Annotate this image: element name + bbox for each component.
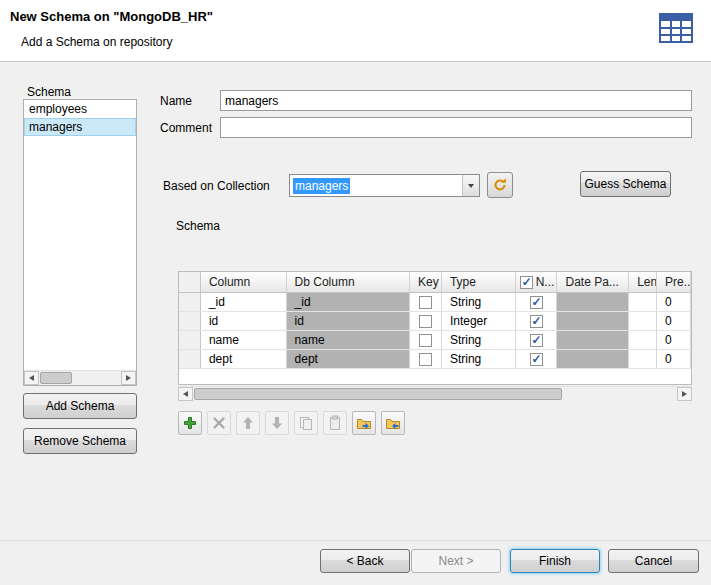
delete-x-icon — [211, 415, 227, 431]
column-header-date-pattern: Date Pa... — [557, 272, 629, 292]
add-column-button[interactable] — [178, 411, 202, 435]
triangle-right-icon — [126, 375, 131, 381]
key-checkbox[interactable] — [419, 296, 432, 309]
cell-date-pattern — [557, 312, 629, 330]
paste-column-button — [323, 411, 347, 435]
column-header-type: Type — [442, 272, 516, 292]
cell-key — [410, 312, 442, 330]
cell-type[interactable]: String — [442, 350, 516, 368]
arrow-down-icon — [269, 415, 285, 431]
cell-type[interactable]: String — [442, 331, 516, 349]
key-checkbox[interactable] — [419, 353, 432, 366]
scroll-right-button[interactable] — [677, 387, 692, 401]
schema-list: employees managers — [23, 99, 137, 386]
scroll-right-button[interactable] — [121, 371, 136, 385]
nullable-checkbox[interactable] — [530, 334, 543, 347]
page-subtitle: Add a Schema on repository — [21, 35, 172, 49]
scroll-left-button[interactable] — [178, 387, 193, 401]
name-label: Name — [160, 94, 192, 108]
export-schema-button[interactable] — [381, 411, 405, 435]
table-row: id id Integer 0 — [179, 312, 691, 331]
collection-combobox[interactable]: managers — [289, 174, 480, 197]
table-header-row: Column Db Column Key Type N... Date Pa..… — [179, 272, 691, 293]
scroll-left-button[interactable] — [24, 371, 39, 385]
cell-length[interactable] — [629, 312, 657, 330]
finish-button[interactable]: Finish — [510, 549, 600, 573]
cell-key — [410, 350, 442, 368]
triangle-left-icon — [183, 391, 188, 397]
row-header-cell[interactable] — [179, 350, 201, 368]
plus-icon — [182, 415, 198, 431]
nullable-checkbox[interactable] — [530, 315, 543, 328]
add-schema-button[interactable]: Add Schema — [23, 393, 137, 419]
nullable-header-text: N... — [536, 275, 555, 289]
footer-separator — [0, 540, 711, 541]
cell-nullable — [516, 350, 558, 368]
cancel-button[interactable]: Cancel — [608, 549, 699, 573]
nullable-checkbox[interactable] — [530, 353, 543, 366]
schema-table-label: Schema — [176, 219, 220, 233]
list-hscrollbar[interactable] — [24, 370, 136, 385]
back-button[interactable]: < Back — [320, 549, 410, 573]
cell-nullable — [516, 331, 558, 349]
cell-type[interactable]: Integer — [442, 312, 516, 330]
refresh-collections-button[interactable] — [487, 172, 513, 198]
comment-field[interactable] — [220, 117, 692, 138]
arrow-up-icon — [240, 415, 256, 431]
key-checkbox[interactable] — [419, 315, 432, 328]
triangle-left-icon — [29, 375, 34, 381]
cell-length[interactable] — [629, 293, 657, 311]
page-title: New Schema on "MongoDB_HR" — [10, 9, 213, 24]
guess-schema-button[interactable]: Guess Schema — [580, 171, 671, 197]
cell-precision[interactable]: 0 — [657, 350, 691, 368]
cell-precision[interactable]: 0 — [657, 331, 691, 349]
new-schema-dialog: New Schema on "MongoDB_HR" Add a Schema … — [0, 0, 711, 585]
next-button: Next > — [411, 549, 501, 573]
remove-schema-button[interactable]: Remove Schema — [23, 428, 137, 454]
cell-length[interactable] — [629, 331, 657, 349]
cell-db-column: name — [287, 331, 411, 349]
cell-type[interactable]: String — [442, 293, 516, 311]
cell-db-column: _id — [287, 293, 411, 311]
cell-length[interactable] — [629, 350, 657, 368]
cell-column[interactable]: name — [201, 331, 287, 349]
table-toolbar — [178, 411, 405, 435]
cell-date-pattern — [557, 331, 629, 349]
cell-nullable — [516, 312, 558, 330]
table-row: name name String 0 — [179, 331, 691, 350]
name-field[interactable] — [220, 90, 692, 111]
select-all-nullable-checkbox[interactable] — [520, 276, 533, 289]
combobox-value: managers — [293, 178, 350, 194]
row-header-cell[interactable] — [179, 331, 201, 349]
import-folder-icon — [356, 415, 372, 431]
cell-column[interactable]: dept — [201, 350, 287, 368]
cell-key — [410, 293, 442, 311]
table-hscrollbar[interactable] — [178, 386, 692, 401]
column-header-precision: Pre... — [657, 272, 691, 292]
schema-table-icon — [659, 13, 693, 46]
cell-precision[interactable]: 0 — [657, 312, 691, 330]
scrollbar-thumb[interactable] — [40, 372, 72, 384]
nullable-checkbox[interactable] — [530, 296, 543, 309]
scrollbar-thumb[interactable] — [194, 388, 562, 400]
import-schema-button[interactable] — [352, 411, 376, 435]
row-header-cell[interactable] — [179, 312, 201, 330]
copy-column-button — [294, 411, 318, 435]
scrollbar-track[interactable] — [193, 387, 677, 401]
cell-column[interactable]: id — [201, 312, 287, 330]
schema-list-label: Schema — [27, 85, 71, 99]
combobox-dropdown-button[interactable] — [462, 175, 479, 196]
row-header-cell[interactable] — [179, 293, 201, 311]
column-header-length: Len... — [629, 272, 657, 292]
scrollbar-track[interactable] — [39, 371, 121, 385]
cell-precision[interactable]: 0 — [657, 293, 691, 311]
cell-column[interactable]: _id — [201, 293, 287, 311]
key-checkbox[interactable] — [419, 334, 432, 347]
list-item-employees[interactable]: employees — [24, 100, 136, 118]
cell-db-column: id — [287, 312, 411, 330]
list-item-managers[interactable]: managers — [24, 118, 136, 136]
column-header-nullable: N... — [516, 272, 558, 292]
refresh-icon — [492, 177, 508, 193]
move-down-button — [265, 411, 289, 435]
schema-table: Column Db Column Key Type N... Date Pa..… — [178, 271, 692, 385]
